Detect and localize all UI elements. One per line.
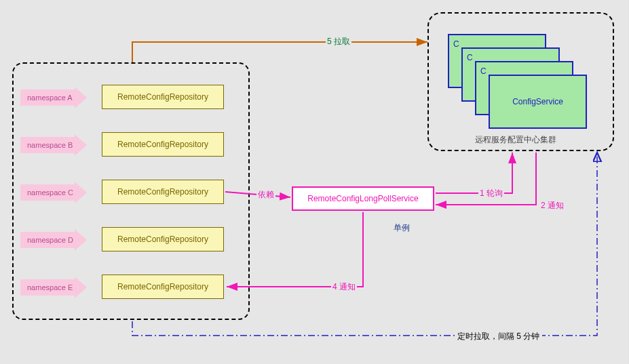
poll-service-box: RemoteConfigLongPollService bbox=[292, 186, 434, 211]
namespace-label: namespace C bbox=[27, 188, 73, 197]
repo-box: RemoteConfigRepository bbox=[102, 85, 224, 109]
namespace-arrow: namespace B bbox=[20, 134, 88, 156]
edge-label-timer: 定时拉取，间隔 5 分钟 bbox=[455, 331, 542, 342]
namespace-arrow: namespace D bbox=[20, 229, 88, 251]
repo-box: RemoteConfigRepository bbox=[102, 275, 224, 299]
repo-label: RemoteConfigRepository bbox=[117, 140, 208, 149]
repo-box: RemoteConfigRepository bbox=[102, 132, 224, 157]
config-service-label: ConfigService bbox=[512, 97, 563, 106]
edge-label-pull: 5 拉取 bbox=[326, 36, 351, 47]
repo-label: RemoteConfigRepository bbox=[117, 92, 208, 102]
edge-label-notify-cluster: 2 通知 bbox=[539, 200, 565, 211]
edge-label-poll: 1 轮询 bbox=[478, 188, 504, 199]
config-service-card: ConfigService bbox=[489, 75, 587, 129]
cluster-label: 远程服务配置中心集群 bbox=[475, 134, 556, 146]
poll-service-label: RemoteConfigLongPollService bbox=[307, 194, 418, 203]
namespace-label: namespace E bbox=[27, 283, 73, 291]
edge-label-notify-repo: 4 通知 bbox=[331, 281, 357, 293]
namespace-arrow: namespace A bbox=[20, 87, 88, 108]
namespace-label: namespace B bbox=[27, 141, 73, 149]
singleton-label: 单例 bbox=[394, 222, 410, 234]
namespace-arrow: namespace C bbox=[20, 182, 88, 203]
namespace-arrow: namespace E bbox=[20, 277, 88, 298]
namespace-label: namespace A bbox=[27, 94, 73, 102]
repo-box: RemoteConfigRepository bbox=[102, 180, 224, 204]
repo-label: RemoteConfigRepository bbox=[117, 187, 208, 197]
edge-label-depend: 依赖 bbox=[256, 189, 275, 201]
repo-box: RemoteConfigRepository bbox=[102, 227, 224, 251]
repo-label: RemoteConfigRepository bbox=[117, 235, 208, 244]
repo-label: RemoteConfigRepository bbox=[117, 282, 208, 291]
namespace-label: namespace D bbox=[27, 236, 73, 244]
